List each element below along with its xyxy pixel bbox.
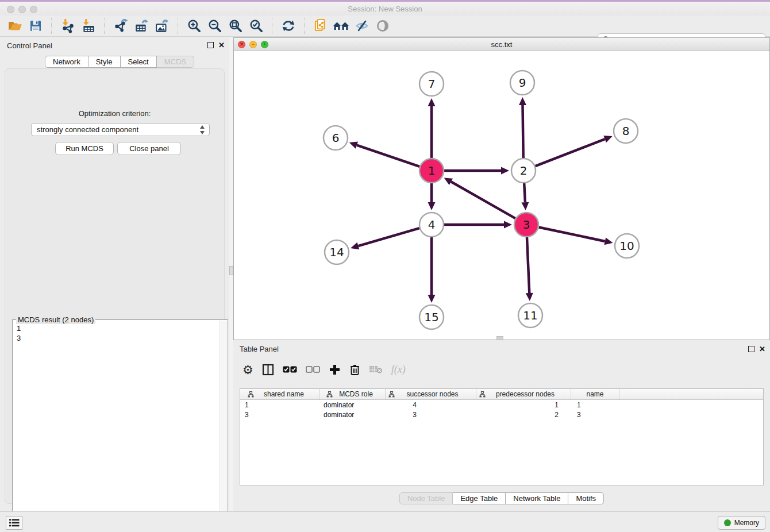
graph-edge[interactable]	[536, 139, 605, 166]
tab-network[interactable]: Network	[45, 56, 88, 68]
cell-predecessor-nodes[interactable]: 2	[476, 410, 571, 419]
open-session-icon[interactable]	[6, 17, 24, 34]
zoom-out-icon[interactable]	[206, 17, 224, 34]
cell-successor-nodes[interactable]: 4	[386, 400, 476, 410]
graph-edge[interactable]	[451, 182, 515, 218]
toolbar-separator	[304, 18, 305, 34]
tab-select[interactable]: Select	[121, 56, 157, 68]
toolbar-separator	[178, 18, 179, 34]
select-all-icon[interactable]	[283, 362, 297, 377]
export-network-icon[interactable]	[112, 17, 129, 34]
app-titlebar: Session: New Session	[0, 0, 770, 16]
control-panel-title: Control Panel	[7, 41, 52, 50]
network-window: ✕ − + scc.txt 1234678910111415	[233, 37, 770, 340]
tab-node-table[interactable]: Node Table	[399, 492, 453, 504]
task-history-button[interactable]	[6, 516, 22, 530]
add-column-icon[interactable]	[329, 362, 341, 377]
import-table-icon[interactable]	[80, 17, 97, 34]
graph-node-label: 1	[428, 164, 436, 178]
graph-edge-arrowhead	[428, 202, 436, 210]
cell-successor-nodes[interactable]: 3	[386, 410, 476, 419]
refresh-icon[interactable]	[280, 17, 297, 34]
graph-edge[interactable]	[523, 105, 523, 158]
tab-network-table[interactable]: Network Table	[506, 492, 568, 504]
graph-edge-arrowhead	[519, 97, 526, 105]
tab-edge-table[interactable]: Edge Table	[453, 492, 506, 504]
graph-edge[interactable]	[539, 228, 605, 241]
column-header-predecessor-nodes[interactable]: predecessor nodes	[476, 389, 571, 399]
cell-shared-name[interactable]: 3	[240, 410, 320, 419]
delete-column-icon[interactable]	[349, 362, 360, 377]
toolbar-separator	[51, 18, 52, 34]
export-table-icon[interactable]	[133, 17, 150, 34]
export-image-icon[interactable]	[153, 17, 171, 34]
table-row[interactable]: 3 dominator 3 2 3	[240, 410, 763, 419]
close-panel-button[interactable]: Close panel	[117, 142, 181, 155]
new-network-from-selection-icon[interactable]	[312, 17, 329, 34]
close-panel-icon[interactable]: ✕	[218, 41, 225, 49]
splitter-handle[interactable]	[229, 266, 233, 275]
memory-button[interactable]: Memory	[718, 516, 765, 530]
tab-mcds[interactable]: MCDS	[157, 56, 194, 68]
column-selector-icon[interactable]	[262, 362, 274, 377]
mcds-result-line: 1	[17, 323, 224, 333]
main-toolbar	[0, 16, 770, 37]
table-panel-title: Table Panel	[240, 345, 279, 353]
cell-shared-name[interactable]: 1	[240, 400, 320, 410]
column-header-name[interactable]: name	[571, 389, 619, 399]
tab-motifs[interactable]: Motifs	[568, 492, 604, 504]
result-scrollbar[interactable]	[220, 321, 227, 529]
column-header-shared-name[interactable]: shared name	[240, 389, 320, 399]
node-table[interactable]: shared name MCDS role successor nodes pr…	[240, 388, 764, 485]
mcds-result-line: 3	[17, 333, 224, 343]
float-table-panel-icon[interactable]	[748, 346, 754, 352]
graph-node-label: 11	[523, 309, 537, 322]
column-header-successor-nodes[interactable]: successor nodes	[386, 389, 476, 399]
show-all-icon[interactable]	[374, 17, 391, 34]
zoom-in-icon[interactable]	[186, 17, 203, 34]
hide-selected-icon[interactable]	[353, 17, 371, 34]
graph-node-label: 6	[332, 131, 340, 145]
app-title: Session: New Session	[0, 5, 770, 13]
graph-edge-arrowhead	[428, 98, 436, 106]
control-panel-tabs: Network Style Select MCDS	[45, 56, 194, 68]
network-resize-handle[interactable]	[496, 336, 503, 340]
run-mcds-button[interactable]: Run MCDS	[55, 142, 114, 155]
network-canvas[interactable]: 1234678910111415	[234, 51, 769, 340]
graph-node-label: 10	[619, 239, 634, 253]
network-titlebar[interactable]: ✕ − + scc.txt	[234, 38, 769, 51]
cell-mcds-role[interactable]: dominator	[320, 400, 386, 410]
toolbar-separator	[272, 18, 273, 34]
toolbar-separator	[104, 18, 105, 34]
mcds-result-legend: MCDS result (2 nodes)	[16, 315, 95, 324]
graph-edge-arrowhead	[526, 293, 533, 301]
criterion-select[interactable]: strongly connected component	[31, 123, 210, 136]
close-table-panel-icon[interactable]: ✕	[759, 345, 765, 353]
table-options-icon[interactable]: ⚙	[242, 362, 253, 377]
graph-node-label: 9	[519, 76, 526, 90]
deselect-all-icon[interactable]	[306, 362, 320, 377]
graph-edge[interactable]	[357, 145, 419, 167]
save-session-icon[interactable]	[27, 17, 44, 34]
function-builder-icon: f(x)	[391, 362, 406, 377]
column-header-mcds-role[interactable]: MCDS role	[320, 389, 386, 399]
network-graph: 1234678910111415	[234, 51, 769, 340]
tab-style[interactable]: Style	[88, 56, 121, 68]
delete-table-icon	[369, 362, 383, 377]
first-neighbors-icon[interactable]	[333, 17, 350, 34]
zoom-fit-icon[interactable]	[227, 17, 244, 34]
cell-name[interactable]: 1	[571, 400, 619, 410]
table-row[interactable]: 1 dominator 4 1 1	[240, 400, 763, 410]
graph-edge[interactable]	[358, 228, 419, 246]
zoom-selected-icon[interactable]	[248, 17, 265, 34]
float-panel-icon[interactable]	[207, 42, 214, 48]
graph-node-label: 15	[424, 310, 438, 324]
cell-mcds-role[interactable]: dominator	[320, 410, 386, 419]
graph-edge[interactable]	[527, 237, 529, 293]
cell-predecessor-nodes[interactable]: 1	[476, 400, 571, 410]
graph-node-label: 3	[523, 218, 530, 232]
import-network-icon[interactable]	[59, 17, 76, 34]
cell-name[interactable]: 3	[571, 410, 619, 419]
graph-edge[interactable]	[524, 183, 525, 202]
vertical-splitter[interactable]	[229, 37, 233, 511]
